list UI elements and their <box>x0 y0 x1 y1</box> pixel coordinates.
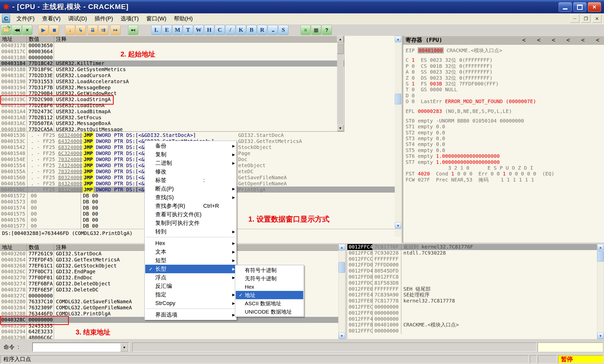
register-line[interactable]: ST1 empty 0.0 <box>406 124 604 130</box>
restart-button[interactable]: ◀◀ <box>12 25 22 35</box>
options-button[interactable]: ≡ <box>300 25 311 35</box>
scroll-down-icon[interactable]: ▼ <box>339 332 345 339</box>
register-line[interactable]: D 0 <box>406 93 604 99</box>
column-header-0[interactable]: 地址 <box>0 36 27 42</box>
scroll-up-icon[interactable]: ▲ <box>395 36 401 42</box>
scrollbar-thumb[interactable] <box>395 94 401 104</box>
appearance-button[interactable]: ▦ <box>311 25 321 35</box>
stack-row[interactable]: 0012FFD80012FFC8 <box>347 274 597 280</box>
view-handles-button[interactable]: H <box>204 25 214 35</box>
menu-item-unsigned-decimal[interactable]: 无符号十进制 <box>236 274 303 283</box>
menu-item-short[interactable]: 短型▶ <box>145 256 236 265</box>
view-call-stack-button[interactable]: K <box>236 25 246 35</box>
view-cpu-button[interactable]: C <box>215 25 225 35</box>
dump-scrollbar[interactable]: ▲ ▼ <box>339 244 345 339</box>
table-row[interactable]: 0040318877D18F9CUSER32.GetSystemMetrics <box>0 67 344 73</box>
pause-button[interactable]: ▮▮ <box>49 25 59 35</box>
view-source-button[interactable]: S <box>278 25 288 35</box>
table-row[interactable]: 0040318477D18C42USER32.KillTimer <box>0 60 344 67</box>
register-line[interactable]: ST3 empty 0.0 <box>406 136 604 141</box>
view-references-button[interactable]: R <box>257 25 267 35</box>
disassembly-scrollbar[interactable]: ▲ ▼ <box>395 36 401 237</box>
scroll-up-icon[interactable]: ▲ <box>339 244 345 251</box>
menu-window[interactable]: 窗口(W) <box>142 14 170 23</box>
imports-scrollbar[interactable]: ▲ ▼ <box>337 36 344 132</box>
chevron-left-icon[interactable]: < <box>581 37 585 44</box>
menu-item-long[interactable]: ✓长型▶ <box>145 265 236 273</box>
menu-item-hex[interactable]: Hex▶ <box>145 239 236 248</box>
column-header-1[interactable]: 数值 <box>27 36 54 42</box>
trace-into-button[interactable]: ⇊ <box>88 25 98 35</box>
scroll-down-icon[interactable]: ▼ <box>597 332 604 339</box>
view-log-button[interactable]: L <box>151 25 161 35</box>
close-program-button[interactable]: × <box>22 25 32 35</box>
scrollbar-thumb[interactable] <box>339 262 345 273</box>
table-row[interactable]: 004031AC77D507EAUSER32.MessageBoxA <box>0 120 344 127</box>
menu-item-special[interactable]: 指定▶ <box>145 290 236 299</box>
register-line[interactable]: FCW 027F Prec NEAR,53 掩码 1 1 1 1 1 1 <box>406 177 604 183</box>
chevron-left-icon[interactable]: < <box>596 37 599 44</box>
register-line[interactable]: A 0 SS 0023 32位 0(FFFFFFFF) <box>406 69 604 75</box>
step-into-button[interactable]: ↓ <box>65 25 75 35</box>
menu-item-signed-decimal[interactable]: 有符号十进制 <box>236 266 303 274</box>
run-button[interactable]: ▶ <box>38 25 48 35</box>
menu-item-label[interactable]: 标签: <box>145 176 236 185</box>
menu-item-view-executable[interactable]: 查看可执行文件(E) <box>145 210 236 219</box>
view-threads-button[interactable]: T <box>183 25 193 35</box>
table-row[interactable]: 0040319477D31F7BUSER32.MessageBeep <box>0 85 344 91</box>
restore-button[interactable] <box>573 2 586 12</box>
menu-item-edit[interactable]: 修改 <box>145 167 236 176</box>
view-patches-button[interactable]: / <box>225 25 235 35</box>
menu-item-breakpoint[interactable]: 断点(P)▶ <box>145 185 236 193</box>
view-memory-button[interactable]: M <box>172 25 183 35</box>
table-row[interactable]: 00403294642E3233 <box>0 329 338 335</box>
register-line[interactable]: ST6 empty 1.0000000000000000000 <box>406 153 604 159</box>
menu-item-unicode-data-address[interactable]: UNICODE 数据地址 <box>236 308 303 316</box>
menu-file[interactable]: 文件(F) <box>13 14 38 23</box>
scroll-up-icon[interactable]: ▲ <box>337 36 344 42</box>
register-line[interactable]: FST 4020 Cond 1 0 0 0 Err 0 0 1 0 0 0 0 … <box>406 171 604 177</box>
table-row[interactable]: 0040317C00003664 <box>0 49 344 55</box>
stack-row[interactable]: 0012FFE87C817778kernel32.7C817778 <box>347 298 597 304</box>
column-header[interactable]: 地址数值注释 <box>0 36 344 43</box>
open-file-button[interactable]: ↷ <box>1 25 11 35</box>
menu-item-goto[interactable]: 转到▶ <box>145 227 236 236</box>
register-line[interactable]: S 1 FS 003B 32位 7FFDF000(FFF) <box>406 81 604 87</box>
chevron-left-icon[interactable]: < <box>566 37 570 44</box>
table-row[interactable]: 0040319077D31553USER32.LoadAcceleratorsA <box>0 79 344 85</box>
scroll-up-icon[interactable]: ▲ <box>597 244 604 251</box>
view-breakpoints-button[interactable]: B <box>247 25 257 35</box>
mdi-minimize-button[interactable]: ─ <box>570 15 579 23</box>
stack-row[interactable]: 0012FFD480545DFD <box>347 268 597 274</box>
table-row[interactable]: 004032984B006C6C <box>0 335 338 339</box>
step-over-button[interactable]: ↳ <box>76 25 86 35</box>
menu-item-ascii-data-address[interactable]: ASCII 数据地址 <box>236 299 303 308</box>
table-row[interactable]: 004031B077D2CA5AUSER32.PostQuitMessage <box>0 127 344 132</box>
column-header-0[interactable]: 地址 <box>0 244 27 251</box>
mdi-restore-button[interactable]: ❐ <box>581 15 590 23</box>
table-row[interactable]: 004031A477D2473CUSER32.LoadBitmapA <box>0 109 344 115</box>
stack-row[interactable]: 0012FFF400000000 <box>347 316 597 322</box>
stack-row[interactable]: 0012FFC47C81776F返回到 kernel32.7C81776F <box>347 244 597 250</box>
menu-options[interactable]: 选项(T) <box>117 14 142 23</box>
menu-item-disassemble[interactable]: 反汇编 <box>145 282 236 290</box>
register-line[interactable]: ST7 empty 1.0000000000000000000 <box>406 159 604 165</box>
menu-item-text[interactable]: 文本▶ <box>145 248 236 256</box>
menu-item-strcopy[interactable]: StrCopy▶ <box>145 299 236 308</box>
stack-scrollbar[interactable]: ▲ ▼ <box>597 244 604 339</box>
column-header-1[interactable]: 数值 <box>27 244 54 251</box>
register-line[interactable]: ST5 empty 0.0 <box>406 147 604 153</box>
scroll-down-icon[interactable]: ▼ <box>395 222 401 229</box>
view-windows-button[interactable]: W <box>194 25 204 35</box>
scrollbar-thumb[interactable] <box>337 43 344 54</box>
menu-item-hex[interactable]: Hex <box>236 283 303 291</box>
register-line[interactable]: O 0 LastErr ERROR_MOD_NOT_FOUND (0000007… <box>406 99 604 104</box>
menu-item-address[interactable]: ✓地址 <box>236 291 303 299</box>
table-row[interactable]: 0040318C77D2D33EUSER32.LoadCursorA <box>0 73 344 79</box>
column-header-2[interactable]: 注释 <box>54 36 344 42</box>
command-input[interactable]: ▼ <box>32 343 129 352</box>
register-line[interactable]: ST0 empty -UNORM BBB0 01050104 00000000 <box>406 118 604 124</box>
stack-row[interactable]: 0012FFCCFFFFFFFF <box>347 256 597 262</box>
stack-row[interactable]: 0012FFE0FFFFFFFFSEH 链尾部 <box>347 286 597 292</box>
table-row[interactable]: 004031A877D2B112USER32.SetFocus <box>0 115 344 121</box>
